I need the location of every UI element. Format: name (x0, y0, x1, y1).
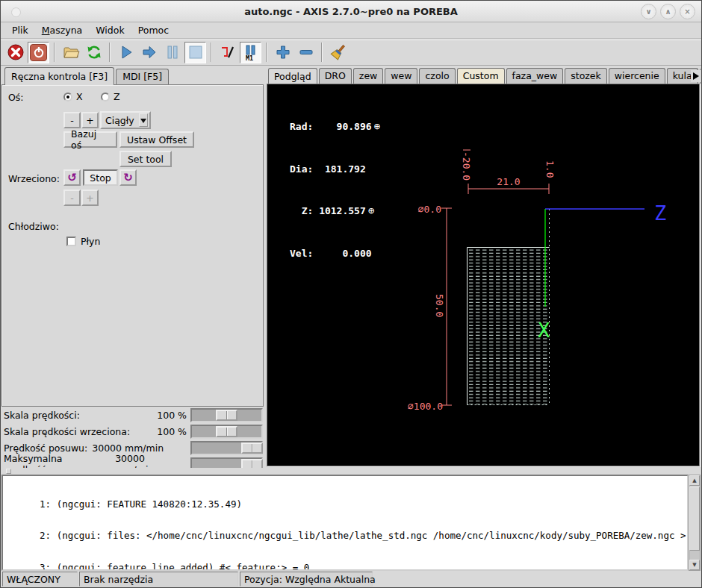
window-menu-icon[interactable] (11, 7, 21, 17)
tab-zew[interactable]: zew (353, 68, 383, 84)
spindle-slower-button[interactable]: - (63, 190, 81, 206)
spindle-cw-button[interactable]: ↻ (119, 169, 137, 186)
spindle-ccw-icon: ↺ (67, 172, 77, 184)
open-file-button[interactable] (60, 42, 81, 63)
x-axis-label: X (538, 319, 550, 342)
menu-widok[interactable]: Widok (89, 23, 131, 37)
jog-minus-button[interactable]: - (63, 112, 81, 128)
set-offset-button[interactable]: Ustaw Offset (119, 131, 194, 148)
window-title: auto.ngc - AXIS 2.7.0~pre0 na POREBA (1, 6, 701, 17)
toolbar-separator (54, 43, 55, 62)
menu-plik[interactable]: Plik (5, 23, 35, 37)
preview-tabs: Podgląd DRO zew wew czolo Custom faza_we… (267, 67, 701, 84)
toolbar-separator (211, 43, 212, 62)
reload-button[interactable] (83, 42, 105, 63)
zoom-in-button[interactable] (272, 42, 293, 63)
menu-maszyna[interactable]: Maszyna (35, 23, 90, 37)
spindle-label: Wrzeciono: (8, 173, 60, 184)
home-axis-button[interactable]: Bazuj oś (63, 131, 117, 148)
pause-button[interactable] (161, 42, 183, 63)
scrollbar-thumb[interactable] (689, 487, 700, 551)
svg-text:M1: M1 (246, 54, 253, 61)
step-button[interactable] (138, 42, 160, 63)
slider-label: Prędkość posuwu: (1, 442, 87, 454)
tab-stozek[interactable]: stozek (565, 68, 607, 84)
slider-value: 30000 mm/min (92, 442, 167, 454)
jog-plus-button[interactable]: + (81, 112, 99, 128)
estop-icon (7, 43, 25, 61)
tab-wiercenie[interactable]: wiercenie (609, 68, 665, 84)
maximize-button[interactable]: ∧ (660, 4, 676, 19)
override-sliders: Skala prędkości: 100 % Skala prędkości w… (1, 407, 264, 472)
minimize-button[interactable]: ∨ (641, 4, 656, 19)
chevron-down-icon (139, 113, 148, 127)
estop-button[interactable] (4, 42, 26, 63)
tab-podglad[interactable]: Podgląd (268, 68, 317, 84)
toolbar: M1 (1, 40, 701, 66)
gcode-line[interactable]: 3: (ngcgui: feature line added) #<_featu… (28, 563, 687, 571)
dia-top-label: ⌀0.0 (418, 204, 441, 215)
tab-mdi[interactable]: MDI [F5] (116, 69, 169, 84)
spindle-ccw-button[interactable]: ↺ (63, 169, 81, 186)
radio-icon (63, 93, 72, 101)
spindle-override-slider[interactable] (190, 425, 263, 439)
slider-label: Skala prędkości wrzeciona: (1, 426, 130, 437)
jog-speed-slider[interactable] (190, 441, 263, 455)
plus-icon (274, 43, 292, 61)
preview-canvas[interactable]: Rad: 90.896⊕ Dia: 181.792 Z: 1012.557⊕ V… (267, 84, 700, 466)
backplot: 21.0 -20.0 1.0 ⌀0.0 50.0 ⌀100.0 Z X (267, 84, 699, 466)
title-bar[interactable]: auto.ngc - AXIS 2.7.0~pre0 na POREBA ∨ ∧… (1, 1, 701, 22)
checkbox-icon (66, 237, 76, 246)
spindle-faster-button[interactable]: + (81, 190, 99, 206)
set-tool-button[interactable]: Set tool (119, 151, 172, 167)
scroll-down-icon[interactable]: ▼ (689, 560, 700, 570)
gcode-listing[interactable]: 1: (ngcgui: FEATURE 140820:12.35.49) 2: … (1, 475, 689, 571)
tab-wew[interactable]: wew (385, 68, 417, 84)
toolbar-separator (266, 43, 267, 62)
close-button[interactable]: × (680, 4, 695, 19)
tab-custom[interactable]: Custom (457, 68, 505, 84)
reload-icon (85, 43, 103, 61)
run-button[interactable] (115, 42, 137, 63)
radio-icon (101, 93, 110, 101)
tabs-scroll-right-icon[interactable] (691, 70, 701, 82)
spindle-stop-button[interactable]: Stop (83, 169, 118, 186)
play-icon (117, 43, 135, 61)
toolbar-separator (321, 43, 323, 62)
slider-handle[interactable] (216, 410, 237, 421)
tab-dro[interactable]: DRO (319, 68, 352, 84)
tab-czolo[interactable]: czolo (419, 68, 455, 84)
jog-mode-select[interactable]: Ciągły (100, 111, 151, 129)
axis-z-radio[interactable]: Z (101, 91, 120, 102)
tool-info-cell: Brak narzędzia (79, 572, 238, 587)
sash-grip-icon[interactable] (6, 469, 11, 474)
axis-x-radio[interactable]: X (63, 91, 83, 102)
axis-label: Oś: (8, 92, 24, 103)
tab-faza-wew[interactable]: faza_wew (506, 68, 564, 84)
slider-handle[interactable] (241, 442, 263, 454)
tab-manual-control[interactable]: Ręczna kontrola [F3] (4, 67, 114, 85)
pane-sash[interactable] (1, 468, 701, 475)
clear-plot-button[interactable] (327, 42, 349, 63)
feed-override-slider[interactable] (190, 408, 263, 422)
gcode-line[interactable]: 2: (ngcgui: files: </home/cnc/linuxcnc/n… (28, 531, 687, 541)
menu-pomoc[interactable]: Pomoc (131, 23, 176, 37)
slider-handle[interactable] (216, 426, 237, 437)
flood-checkbox[interactable]: Płyn (66, 236, 100, 247)
gcode-line[interactable]: 1: (ngcgui: FEATURE 140820:12.35.49) (28, 499, 687, 510)
dim-right-label: 1.0 (544, 160, 556, 178)
scroll-up-icon[interactable]: ▲ (689, 475, 700, 486)
manual-control-panel: Ręczna kontrola [F3] MDI [F5] Oś: X Z - … (1, 67, 264, 472)
machine-power-button[interactable] (28, 42, 49, 63)
preview-panel: Podgląd DRO zew wew czolo Custom faza_we… (267, 67, 701, 84)
power-icon (30, 44, 47, 61)
menu-bar: Plik Maszyna Widok Pomoc (1, 22, 701, 39)
axis-window: { "window": { "title": "auto.ngc - AXIS … (0, 0, 702, 588)
zoom-out-button[interactable] (295, 42, 317, 63)
gcode-scrollbar[interactable]: ▲ ▼ (689, 475, 701, 571)
optional-pause-button[interactable]: M1 (240, 42, 261, 63)
stop-button[interactable] (184, 42, 206, 63)
block-delete-button[interactable] (217, 42, 238, 63)
block-delete-icon (219, 43, 237, 61)
machine-state-cell: WŁĄCZONY (2, 572, 78, 587)
